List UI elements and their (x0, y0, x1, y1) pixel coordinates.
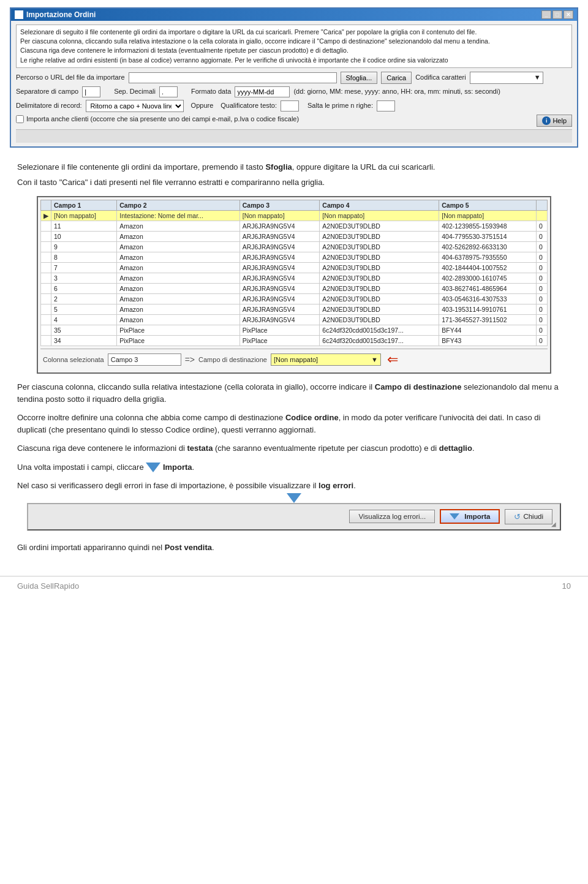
cell[interactable]: PixPlace (117, 335, 239, 346)
cell[interactable]: BFY44 (439, 325, 537, 335)
cell[interactable]: Amazon (117, 262, 239, 273)
qualificatore-input[interactable] (281, 100, 299, 111)
table-row: 7AmazonARJ6JRA9NG5V4A2N0ED3UT9DLBD402-18… (41, 262, 548, 273)
importa-button[interactable]: Importa (440, 509, 500, 524)
cell[interactable]: 2 (51, 293, 117, 304)
cell[interactable]: 402-2893000-1610745 (439, 273, 537, 283)
maximize-button[interactable]: □ (552, 10, 562, 19)
cell[interactable]: A2N0ED3UT9DLBD (320, 283, 439, 293)
delimitatore-select[interactable]: Ritorno a capo + Nuova linea (86, 100, 184, 112)
cell[interactable]: 34 (51, 335, 117, 346)
cell[interactable]: 402-5262892-6633130 (439, 241, 537, 252)
cell[interactable]: 10 (51, 231, 117, 241)
cell[interactable]: A2N0ED3UT9DLBD (320, 241, 439, 252)
cell[interactable]: PixPlace (239, 335, 320, 346)
cell[interactable]: ARJ6JRA9NG5V4 (239, 293, 320, 304)
col1-header[interactable]: Campo 1 (51, 200, 117, 210)
campo-destinazione-select[interactable]: [Non mappato] ▼ (271, 353, 381, 366)
cell[interactable]: A2N0ED3UT9DLBD (320, 293, 439, 304)
salta-input[interactable] (377, 100, 395, 111)
cell[interactable]: [Non mappato] (320, 210, 439, 221)
cell[interactable]: Amazon (117, 241, 239, 252)
cell[interactable]: 7 (51, 262, 117, 273)
cell[interactable]: 8 (51, 252, 117, 262)
col3-header[interactable]: Campo 3 (239, 200, 320, 210)
cell[interactable]: PixPlace (117, 325, 239, 335)
cell[interactable]: A2N0ED3UT9DLBD (320, 314, 439, 325)
cell[interactable]: A2N0ED3UT9DLBD (320, 231, 439, 241)
cell[interactable]: Amazon (117, 273, 239, 283)
cell[interactable]: 404-7795530-3751514 (439, 231, 537, 241)
cell[interactable]: 3 (51, 273, 117, 283)
cell[interactable]: ARJ6JRA9NG5V4 (239, 262, 320, 273)
separatore-input[interactable] (82, 86, 100, 97)
chiudi-button[interactable]: ↺ Chiudi (505, 509, 552, 524)
col5-header[interactable]: Campo 5 (439, 200, 537, 210)
cell[interactable]: 6c24df320cdd0015d3c197... (320, 325, 439, 335)
minimize-button[interactable]: _ (541, 10, 551, 19)
carica-button[interactable]: Carica (381, 72, 412, 84)
cell[interactable]: Amazon (117, 283, 239, 293)
cell[interactable]: PixPlace (239, 325, 320, 335)
visualizza-log-button[interactable]: Visualizza log errori... (349, 510, 435, 523)
formato-data-input[interactable] (235, 86, 290, 97)
table-row: 9AmazonARJ6JRA9NG5V4A2N0ED3UT9DLBD402-52… (41, 241, 548, 252)
percorso-row: Percorso o URL del file da importare Sfo… (16, 72, 572, 84)
cell[interactable]: A2N0ED3UT9DLBD (320, 252, 439, 262)
cell[interactable]: 4 (51, 314, 117, 325)
cell[interactable]: 403-8627461-4865964 (439, 283, 537, 293)
cell: 0 (537, 283, 548, 293)
cell[interactable]: Amazon (117, 304, 239, 314)
importa-down-arrow-icon (450, 513, 459, 519)
col4-header[interactable]: Campo 4 (320, 200, 439, 210)
cell[interactable]: 35 (51, 325, 117, 335)
cell[interactable]: 171-3645527-3911502 (439, 314, 537, 325)
table-row: ▶ [Non mappato] Intestazione: Nome del m… (41, 210, 548, 221)
cell[interactable]: Amazon (117, 314, 239, 325)
cell[interactable]: 6 (51, 283, 117, 293)
cell[interactable]: ARJ6JRA9NG5V4 (239, 221, 320, 231)
row-arrow (41, 273, 51, 283)
cell[interactable]: A2N0ED3UT9DLBD (320, 221, 439, 231)
percorso-input[interactable] (129, 72, 337, 83)
sep-decimali-input[interactable] (159, 86, 178, 97)
importa-clienti-checkbox[interactable] (16, 115, 24, 123)
close-button[interactable]: ✕ (564, 10, 573, 19)
cell[interactable]: 402-1844404-1007552 (439, 262, 537, 273)
cell[interactable]: [Non mappato] (439, 210, 537, 221)
cell[interactable]: A2N0ED3UT9DLBD (320, 262, 439, 273)
cell[interactable]: Intestazione: Nome del mar... (117, 210, 239, 221)
help-button[interactable]: i Help (537, 115, 572, 127)
cell[interactable]: Amazon (117, 252, 239, 262)
dialog-titlebar: Importazione Ordini _ □ ✕ (11, 9, 577, 21)
cell: 0 (537, 325, 548, 335)
sfoglia-button[interactable]: Sfoglia... (341, 72, 378, 84)
cell[interactable]: 404-6378975-7935550 (439, 252, 537, 262)
cell[interactable]: [Non mappato] (239, 210, 320, 221)
cell[interactable]: Amazon (117, 231, 239, 241)
cell[interactable]: 11 (51, 221, 117, 231)
cell[interactable]: ARJ6JRA9NG5V4 (239, 273, 320, 283)
cell[interactable]: ARJ6JRA9NG5V4 (239, 241, 320, 252)
cell[interactable]: 6c24df320cdd0015d3c197... (320, 335, 439, 346)
cell[interactable]: A2N0ED3UT9DLBD (320, 273, 439, 283)
cell[interactable]: BFY43 (439, 335, 537, 346)
cell[interactable]: [Non mappato] (51, 210, 117, 221)
percorso-label: Percorso o URL del file da importare (16, 73, 125, 82)
col2-header[interactable]: Campo 2 (117, 200, 239, 210)
cell[interactable]: Amazon (117, 293, 239, 304)
cell[interactable]: ARJ6JRA9NG5V4 (239, 304, 320, 314)
cell[interactable]: A2N0ED3UT9DLBD (320, 304, 439, 314)
codifica-select[interactable]: ▼ (470, 72, 543, 84)
cell[interactable]: 403-1953114-9910761 (439, 304, 537, 314)
cell[interactable]: ARJ6JRA9NG5V4 (239, 314, 320, 325)
cell[interactable]: ARJ6JRA9NG5V4 (239, 252, 320, 262)
table-row: 8AmazonARJ6JRA9NG5V4A2N0ED3UT9DLBD404-63… (41, 252, 548, 262)
cell[interactable]: ARJ6JRA9NG5V4 (239, 283, 320, 293)
cell[interactable]: 9 (51, 241, 117, 252)
cell[interactable]: 5 (51, 304, 117, 314)
cell[interactable]: 403-0546316-4307533 (439, 293, 537, 304)
cell[interactable]: ARJ6JRA9NG5V4 (239, 231, 320, 241)
cell[interactable]: Amazon (117, 221, 239, 231)
cell[interactable]: 402-1239855-1593948 (439, 221, 537, 231)
